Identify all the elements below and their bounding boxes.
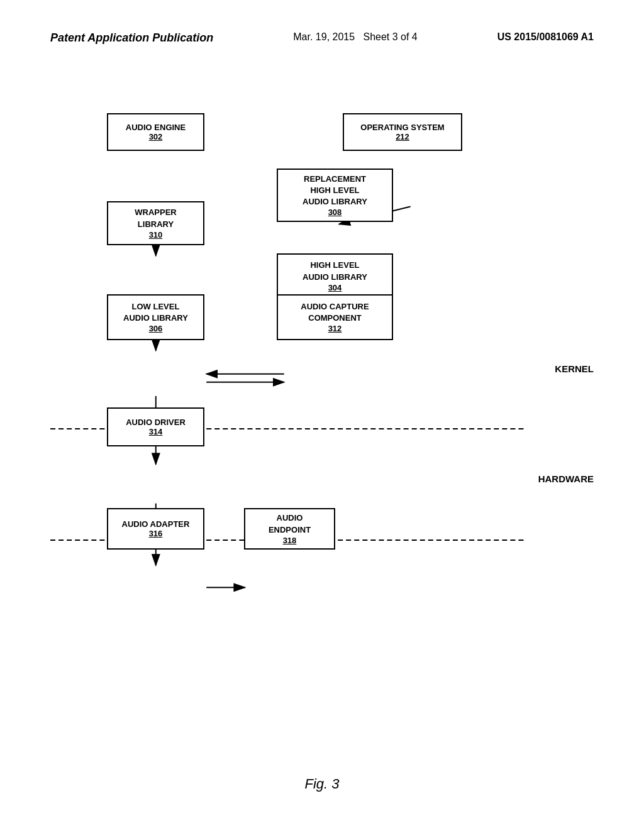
kernel-label: KERNEL [555,363,594,374]
header-patent-number: US 2015/0081069 A1 [497,31,594,43]
audio-engine-box: AUDIO ENGINE 302 [107,113,204,151]
audio-engine-num: 302 [149,132,163,141]
audio-engine-label: AUDIO ENGINE [126,123,186,132]
header-date-sheet: Mar. 19, 2015 Sheet 3 of 4 [293,31,417,43]
low-level-library-box: LOW LEVELAUDIO LIBRARY 306 [107,294,204,340]
audio-driver-box: AUDIO DRIVER 314 [107,407,204,446]
wrapper-library-box: WRAPPERLIBRARY 310 [107,201,204,245]
hardware-label: HARDWARE [538,473,594,484]
wrapper-library-label: WRAPPERLIBRARY [135,207,176,230]
wrapper-library-num: 310 [149,230,163,240]
audio-endpoint-label: AUDIOENDPOINT [269,512,311,535]
audio-adapter-num: 316 [149,529,163,538]
header-date: Mar. 19, 2015 [293,31,355,42]
audio-endpoint-num: 318 [283,536,297,545]
diagram-area: AUDIO ENGINE 302 OPERATING SYSTEM 212 RE… [50,101,594,729]
audio-endpoint-box: AUDIOENDPOINT 318 [244,508,335,550]
low-level-library-label: LOW LEVELAUDIO LIBRARY [123,301,188,324]
high-level-library-box: HIGH LEVELAUDIO LIBRARY 304 [277,253,393,299]
high-level-library-num: 304 [328,283,342,292]
replacement-library-label: REPLACEMENTHIGH LEVELAUDIO LIBRARY [303,174,367,208]
operating-system-label: OPERATING SYSTEM [360,123,444,132]
audio-adapter-label: AUDIO ADAPTER [122,519,190,529]
audio-capture-box: AUDIO CAPTURECOMPONENT 312 [277,294,393,340]
operating-system-box: OPERATING SYSTEM 212 [343,113,462,151]
low-level-library-num: 306 [149,324,163,333]
operating-system-num: 212 [396,132,409,141]
fig-caption: Fig. 3 [0,776,644,792]
audio-driver-label: AUDIO DRIVER [126,418,186,427]
high-level-library-label: HIGH LEVELAUDIO LIBRARY [303,260,367,282]
replacement-library-box: REPLACEMENTHIGH LEVELAUDIO LIBRARY 308 [277,169,393,222]
page-header: Patent Application Publication Mar. 19, … [0,31,644,45]
audio-adapter-box: AUDIO ADAPTER 316 [107,508,204,550]
audio-driver-num: 314 [149,427,163,436]
header-publication-type: Patent Application Publication [50,31,213,45]
header-sheet: Sheet 3 of 4 [363,31,417,42]
audio-capture-num: 312 [328,324,342,333]
replacement-library-num: 308 [328,208,342,217]
audio-capture-label: AUDIO CAPTURECOMPONENT [301,301,369,324]
